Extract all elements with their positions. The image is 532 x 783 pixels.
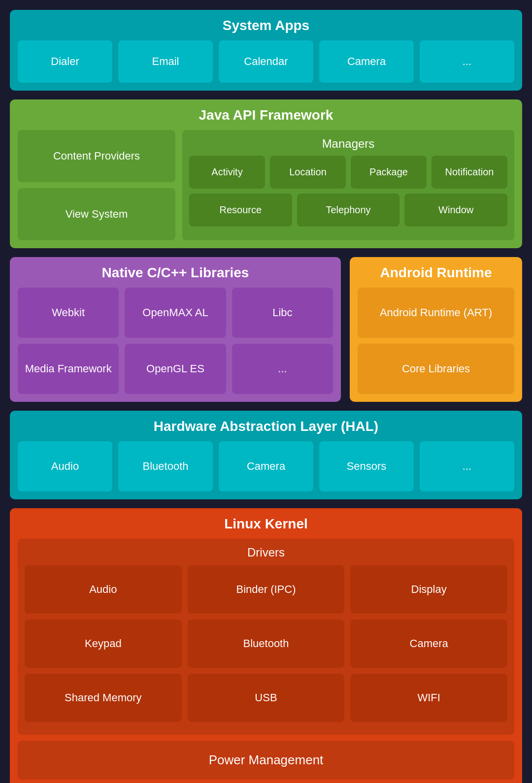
- drivers-box: Drivers Audio Binder (IPC) Display Keypa…: [18, 539, 514, 735]
- native-media: Media Framework: [18, 344, 119, 394]
- power-management-card: Power Management: [18, 741, 514, 780]
- driver-audio: Audio: [25, 565, 182, 614]
- java-api-title: Java API Framework: [18, 107, 514, 123]
- managers-box: Managers Activity Location Package Notif…: [182, 130, 514, 240]
- driver-camera: Camera: [350, 620, 507, 668]
- native-openmax: OpenMAX AL: [125, 288, 226, 338]
- driver-wifi: WIFI: [350, 674, 507, 722]
- manager-resource: Resource: [189, 194, 292, 227]
- java-api-left: Content Providers View System: [18, 130, 175, 240]
- native-webkit: Webkit: [18, 288, 119, 338]
- driver-keypad: Keypad: [25, 620, 182, 668]
- java-api-layer: Java API Framework Content Providers Vie…: [10, 99, 522, 248]
- app-camera: Camera: [319, 40, 414, 83]
- manager-telephony: Telephony: [297, 194, 400, 227]
- app-dialer: Dialer: [18, 40, 112, 83]
- manager-activity: Activity: [189, 156, 265, 189]
- hal-layer: Hardware Abstraction Layer (HAL) Audio B…: [10, 411, 522, 499]
- driver-display: Display: [350, 565, 507, 614]
- drivers-row2: Keypad Bluetooth Camera: [25, 620, 507, 668]
- manager-package: Package: [351, 156, 427, 189]
- app-email: Email: [118, 40, 213, 83]
- system-apps-title: System Apps: [18, 18, 514, 33]
- driver-bluetooth: Bluetooth: [188, 620, 345, 668]
- managers-row1: Activity Location Package Notification: [189, 156, 507, 189]
- native-more: ...: [232, 344, 333, 394]
- native-libs-layer: Native C/C++ Libraries Webkit OpenMAX AL…: [10, 257, 341, 402]
- android-runtime-layer: Android Runtime Android Runtime (ART) Co…: [350, 257, 522, 402]
- system-apps-grid: Dialer Email Calendar Camera ...: [18, 40, 514, 83]
- hal-audio: Audio: [18, 441, 112, 491]
- hal-more: ...: [420, 441, 514, 491]
- driver-usb: USB: [188, 674, 345, 722]
- android-runtime-title: Android Runtime: [358, 265, 514, 281]
- hal-bluetooth: Bluetooth: [118, 441, 213, 491]
- hal-title: Hardware Abstraction Layer (HAL): [18, 419, 514, 434]
- content-providers-card: Content Providers: [18, 130, 175, 182]
- managers-row2: Resource Telephony Window: [189, 194, 507, 227]
- native-libc: Libc: [232, 288, 333, 338]
- view-system-card: View System: [18, 188, 175, 240]
- native-runtime-row: Native C/C++ Libraries Webkit OpenMAX AL…: [10, 257, 522, 402]
- manager-location: Location: [270, 156, 346, 189]
- native-grid: Webkit OpenMAX AL Libc Media Framework O…: [18, 288, 333, 394]
- native-opengl: OpenGL ES: [125, 344, 226, 394]
- drivers-row3: Shared Memory USB WIFI: [25, 674, 507, 722]
- linux-kernel-title: Linux Kernel: [18, 516, 514, 532]
- linux-kernel-layer: Linux Kernel Drivers Audio Binder (IPC) …: [10, 508, 522, 783]
- app-calendar: Calendar: [219, 40, 313, 83]
- manager-notification: Notification: [432, 156, 507, 189]
- managers-title: Managers: [189, 137, 507, 151]
- driver-shared-memory: Shared Memory: [25, 674, 182, 722]
- driver-binder: Binder (IPC): [188, 565, 345, 614]
- manager-window: Window: [404, 194, 507, 227]
- drivers-row1: Audio Binder (IPC) Display: [25, 565, 507, 614]
- runtime-core-libs: Core Libraries: [358, 344, 514, 394]
- hal-sensors: Sensors: [319, 441, 414, 491]
- system-apps-layer: System Apps Dialer Email Calendar Camera…: [10, 10, 522, 91]
- runtime-art: Android Runtime (ART): [358, 288, 514, 338]
- hal-grid: Audio Bluetooth Camera Sensors ...: [18, 441, 514, 491]
- native-libs-title: Native C/C++ Libraries: [18, 265, 333, 281]
- drivers-title: Drivers: [25, 546, 507, 559]
- app-more: ...: [420, 40, 514, 83]
- hal-camera: Camera: [219, 441, 313, 491]
- java-api-inner: Content Providers View System Managers A…: [18, 130, 514, 240]
